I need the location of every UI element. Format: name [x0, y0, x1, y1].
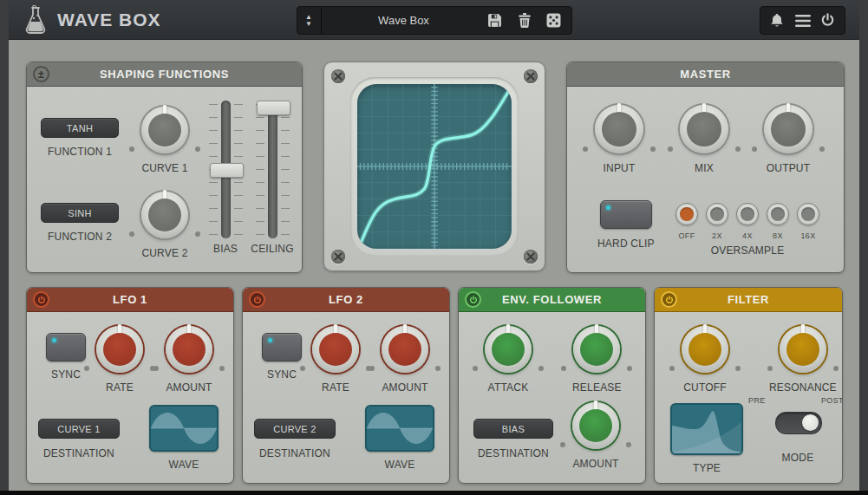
- input-knob[interactable]: [595, 105, 643, 153]
- lfo1-sync-label: SYNC: [51, 368, 81, 381]
- lfo2-sync-button[interactable]: [262, 333, 302, 361]
- function2-label: FUNCTION 2: [48, 231, 112, 243]
- radio-dot: [771, 207, 785, 221]
- preset-actions: [486, 12, 571, 29]
- mode-pre-label[interactable]: PRE: [748, 396, 766, 405]
- oversample-group-label: OVERSAMPLE: [687, 244, 808, 257]
- flask-logo-icon: [23, 5, 49, 35]
- bias-slider[interactable]: [221, 101, 231, 238]
- toggle-knob[interactable]: [802, 414, 819, 431]
- slider-track[interactable]: [268, 101, 277, 238]
- lfo1-panel: LFO 1 SYNC: [26, 287, 234, 484]
- ceiling-slider[interactable]: [268, 101, 277, 238]
- topbar: WAVE BOX ▲ ▼ Wave Box: [9, 0, 859, 40]
- slider-ticks: [281, 104, 290, 235]
- radio-dot: [710, 207, 724, 221]
- env-amount-label: AMOUNT: [572, 458, 618, 470]
- menu-button[interactable]: [794, 12, 812, 29]
- function1-select-button[interactable]: TANH: [41, 118, 119, 138]
- oversample-off-button[interactable]: [675, 203, 698, 225]
- oversample-2x-button[interactable]: [706, 203, 728, 225]
- hard-clip-button[interactable]: [600, 200, 652, 229]
- env-follower-power-icon[interactable]: [465, 291, 481, 308]
- knob-cap: [148, 114, 181, 147]
- lfo1-destination-button[interactable]: CURVE 1: [38, 419, 120, 439]
- lfo2-rate-knob[interactable]: [312, 326, 359, 373]
- output-knob-label: OUTPUT: [767, 162, 811, 174]
- floppy-disk-icon: [487, 13, 502, 28]
- knob-max-dot: [819, 147, 825, 152]
- filter-type-label: TYPE: [693, 462, 721, 474]
- sine-wave-icon: [367, 407, 433, 450]
- left-edge-strip: [0, 0, 9, 491]
- oversample-16x-label: 16X: [800, 231, 815, 240]
- save-preset-button[interactable]: [486, 12, 504, 29]
- lfo1-rate-knob[interactable]: [96, 326, 143, 373]
- function2-select-button[interactable]: SINH: [41, 203, 119, 223]
- ceiling-slider-label: CEILING: [246, 243, 298, 255]
- knob-min-dot: [129, 147, 134, 152]
- delete-preset-button[interactable]: [516, 12, 533, 29]
- led-indicator: [52, 338, 56, 342]
- scope-screen: [357, 84, 512, 249]
- knob-cap: [173, 333, 206, 366]
- preset-down-icon[interactable]: ▼: [305, 21, 312, 28]
- trash-icon: [518, 13, 532, 28]
- shaping-functions-panel: ± SHAPING FUNCTIONS TANH FUNCTION 1: [26, 62, 303, 273]
- lfo1-sync-button[interactable]: [46, 333, 86, 361]
- master-panel: MASTER INPUT: [566, 62, 845, 273]
- resonance-knob[interactable]: [780, 326, 826, 373]
- resonance-knob-label: RESONANCE: [769, 381, 837, 394]
- release-knob[interactable]: [573, 326, 620, 373]
- oversample-16x-button[interactable]: [797, 203, 819, 225]
- knob-cap: [580, 333, 613, 366]
- preset-name[interactable]: Wave Box: [322, 14, 486, 27]
- attack-knob[interactable]: [485, 326, 532, 373]
- slider-ticks: [256, 104, 264, 235]
- lfo2-destination-label: DESTINATION: [259, 447, 330, 459]
- hard-clip-label: HARD CLIP: [597, 238, 655, 250]
- randomize-preset-button[interactable]: [545, 12, 563, 29]
- env-destination-button[interactable]: BIAS: [473, 419, 553, 439]
- lfo2-power-icon[interactable]: [249, 291, 265, 308]
- filter-power-icon[interactable]: [661, 291, 677, 308]
- knob-max-dot: [219, 366, 225, 371]
- mix-knob[interactable]: [680, 105, 728, 153]
- env-amount-knob[interactable]: [572, 402, 619, 449]
- oversample-4x-button[interactable]: [736, 203, 759, 225]
- lfo2-destination-button[interactable]: CURVE 2: [254, 419, 336, 439]
- cutoff-knob[interactable]: [682, 326, 728, 373]
- release-knob-label: RELEASE: [572, 381, 622, 394]
- ceiling-slider-handle[interactable]: [257, 101, 290, 115]
- env-destination-label: DESTINATION: [478, 447, 549, 459]
- knob-cap: [388, 333, 421, 366]
- oversample-2x-label: 2X: [712, 231, 722, 240]
- lfo1-amount-knob[interactable]: [166, 326, 212, 373]
- knob-min-dot: [752, 147, 757, 152]
- lfo2-wave-label: WAVE: [385, 459, 415, 471]
- power-button[interactable]: [819, 12, 837, 29]
- knob-min-dot: [668, 147, 673, 152]
- mode-post-label[interactable]: POST: [821, 396, 843, 405]
- lfo2-wave-display[interactable]: [365, 405, 434, 452]
- oversample-8x-button[interactable]: [767, 203, 789, 225]
- lfo1-wave-display[interactable]: [149, 405, 219, 452]
- lfo1-wave-label: WAVE: [169, 459, 199, 471]
- lfo1-power-icon[interactable]: [33, 291, 49, 308]
- preset-prev-next-buttons[interactable]: ▲ ▼: [297, 7, 322, 34]
- curve1-knob[interactable]: [141, 107, 188, 153]
- mode-toggle[interactable]: [775, 412, 822, 434]
- lfo2-amount-knob[interactable]: [382, 326, 428, 373]
- curve1-knob-label: CURVE 1: [141, 162, 187, 174]
- bias-slider-handle[interactable]: [210, 163, 244, 178]
- knob-min-dot: [669, 366, 675, 371]
- bell-icon: [770, 13, 784, 28]
- input-knob-label: INPUT: [604, 162, 636, 174]
- filter-type-display[interactable]: [670, 403, 743, 455]
- curve2-knob[interactable]: [141, 192, 188, 238]
- notifications-button[interactable]: [768, 12, 786, 29]
- env-follower-panel: ENV. FOLLOWER ATTACK: [458, 287, 646, 484]
- knob-min-dot: [561, 366, 566, 371]
- output-knob[interactable]: [764, 105, 813, 153]
- mix-knob-label: MIX: [695, 162, 714, 174]
